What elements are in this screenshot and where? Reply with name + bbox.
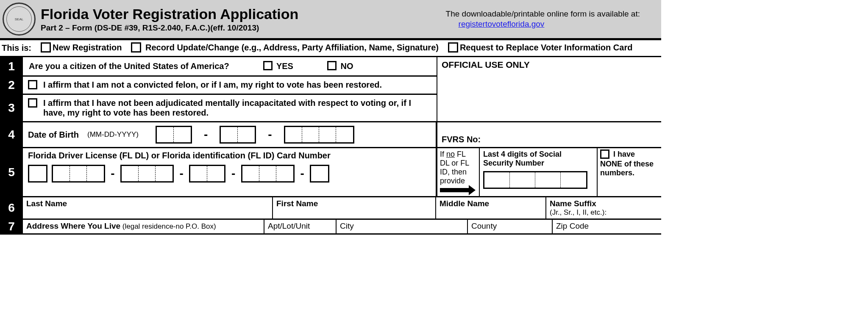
- fvrs-cell: FVRS No:: [437, 122, 661, 147]
- checkbox-icon[interactable]: [131, 42, 141, 53]
- suffix-field[interactable]: Name Suffix (Jr., Sr., I, II, etc.):: [546, 197, 661, 219]
- official-use-only: OFFICIAL USE ONLY: [437, 57, 661, 122]
- this-is-row: This is: New Registration Record Update/…: [0, 40, 661, 57]
- ssn-cell: Last 4 digits of Social Security Number: [480, 148, 598, 196]
- if-no-dl-text: If no FL DL or FL ID, then provide: [437, 148, 480, 196]
- row-number: 6: [0, 197, 23, 219]
- form-header: SEAL Florida Voter Registration Applicat…: [0, 0, 661, 40]
- dob-label: Date of Birth: [28, 130, 79, 140]
- dob-year-input[interactable]: [284, 126, 354, 144]
- download-text: The downloadable/printable online form i…: [446, 9, 640, 19]
- row-number: 1: [0, 57, 23, 76]
- checkbox-icon[interactable]: [28, 80, 37, 89]
- last-name-field[interactable]: Last Name: [23, 197, 273, 219]
- row-number: 2: [0, 77, 23, 94]
- option-record-update[interactable]: Record Update/Change (e.g., Address, Par…: [131, 43, 439, 53]
- form-title: Florida Voter Registration Application: [41, 6, 441, 22]
- row-number: 7: [0, 220, 23, 233]
- download-info: The downloadable/printable online form i…: [446, 9, 657, 29]
- dob-day-input[interactable]: [220, 126, 256, 144]
- row-number: 5: [0, 148, 23, 196]
- checkbox-icon[interactable]: [600, 149, 609, 159]
- dob-month-input[interactable]: [156, 126, 192, 144]
- form-subtitle: Part 2 – Form (DS-DE #39, R1S-2.040, F.A…: [41, 23, 441, 33]
- row-1-citizen: 1 Are you a citizen of the United States…: [0, 57, 437, 77]
- dl-number-input[interactable]: - - - -: [28, 165, 431, 183]
- arrow-right-icon: [440, 188, 470, 192]
- checkbox-icon[interactable]: [327, 61, 337, 70]
- row-number: 4: [0, 122, 23, 147]
- dl-label: Florida Driver License (FL DL) or Florid…: [28, 151, 431, 160]
- citizen-question: Are you a citizen of the United States o…: [29, 61, 229, 71]
- county-field[interactable]: County: [468, 220, 553, 233]
- felon-affirm-text: I affirm that I am not a convicted felon…: [43, 80, 382, 90]
- state-seal-icon: SEAL: [3, 3, 36, 36]
- checkbox-icon[interactable]: [41, 42, 51, 53]
- this-is-label: This is:: [2, 43, 31, 53]
- row-7-address: 7 Address Where You Live (legal residenc…: [0, 220, 661, 235]
- row-2-felon: 2 I affirm that I am not a convicted fel…: [0, 77, 437, 95]
- address-field[interactable]: Address Where You Live (legal residence-…: [23, 220, 264, 233]
- option-new-registration[interactable]: New Registration: [41, 43, 122, 53]
- title-block: Florida Voter Registration Application P…: [41, 6, 441, 33]
- zip-field[interactable]: Zip Code: [553, 220, 661, 233]
- mental-affirm-text: I affirm that I have not been adjudicate…: [43, 98, 416, 118]
- checkbox-icon[interactable]: [263, 61, 273, 70]
- citizen-no[interactable]: NO: [327, 61, 353, 72]
- first-name-field[interactable]: First Name: [273, 197, 436, 219]
- row-6-name: 6 Last Name First Name Middle Name Name …: [0, 197, 661, 220]
- ssn-input[interactable]: [483, 171, 587, 189]
- citizen-yes[interactable]: YES: [263, 61, 293, 72]
- row-number: 3: [0, 95, 23, 121]
- option-replace-card[interactable]: Request to Replace Voter Information Car…: [448, 43, 632, 53]
- none-cell[interactable]: I have NONE of these numbers.: [598, 148, 661, 196]
- checkbox-icon[interactable]: [28, 98, 37, 108]
- middle-name-field[interactable]: Middle Name: [436, 197, 546, 219]
- download-link[interactable]: registertovoteflorida.gov: [446, 19, 545, 29]
- checkbox-icon[interactable]: [448, 42, 458, 53]
- row-3-mental: 3 I affirm that I have not been adjudica…: [0, 95, 437, 121]
- city-field[interactable]: City: [337, 220, 468, 233]
- dob-format: (MM-DD-YYYY): [87, 130, 139, 139]
- apt-field[interactable]: Apt/Lot/Unit: [264, 220, 337, 233]
